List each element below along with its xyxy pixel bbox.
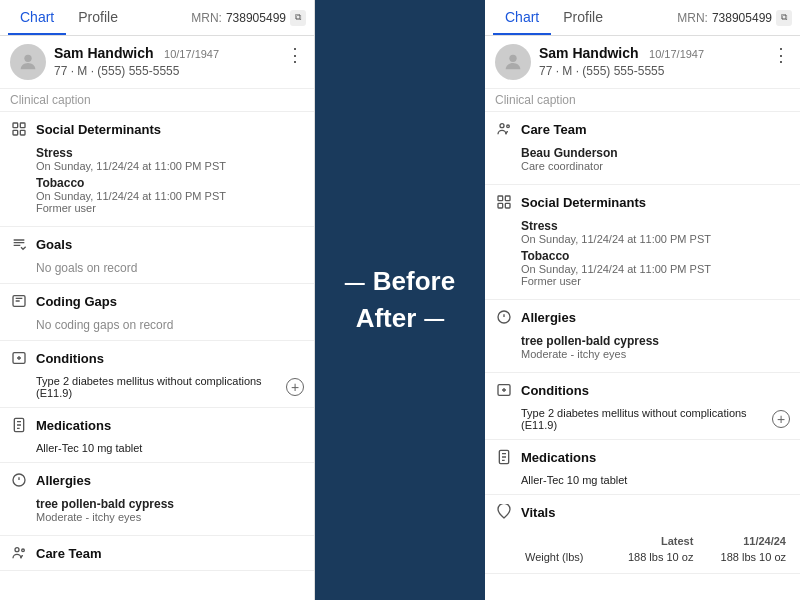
right-patient-name: Sam Handwich <box>539 45 639 61</box>
right-tab-chart[interactable]: Chart <box>493 1 551 35</box>
right-vitals-icon <box>495 503 513 521</box>
left-section-coding-header[interactable]: Coding Gaps <box>0 284 314 318</box>
right-section-allergies: Allergies tree pollen-bald cypress Moder… <box>485 300 800 373</box>
svg-rect-3 <box>13 130 18 135</box>
vitals-col-name <box>521 533 605 549</box>
left-goals-icon <box>10 235 28 253</box>
left-section-social: Social Determinants Stress On Sunday, 11… <box>0 112 314 227</box>
vitals-table: Latest 11/24/24 Weight (lbs) 188 lbs 10 … <box>521 533 790 565</box>
right-allergies-icon <box>495 308 513 326</box>
after-arrow: — <box>424 307 444 330</box>
left-conditions-add-icon[interactable]: + <box>286 378 304 396</box>
left-section-careteam-title: Care Team <box>36 546 102 561</box>
svg-point-0 <box>24 55 31 62</box>
left-section-medications-header[interactable]: Medications <box>0 408 314 442</box>
left-section-allergies-title: Allergies <box>36 473 91 488</box>
left-section-social-header[interactable]: Social Determinants <box>0 112 314 146</box>
right-section-medications-header[interactable]: Medications <box>485 440 800 474</box>
left-section-goals-header[interactable]: Goals <box>0 227 314 261</box>
left-coding-icon <box>10 292 28 310</box>
left-section-medications-body: Aller-Tec 10 mg tablet <box>0 442 314 462</box>
left-section-careteam-header[interactable]: Care Team <box>0 536 314 570</box>
right-patient-header: Sam Handwich 10/17/1947 77 · M · (555) 5… <box>485 36 800 89</box>
svg-point-12 <box>500 124 504 128</box>
right-section-careteam: Care Team Beau Gunderson Care coordinato… <box>485 112 800 185</box>
svg-rect-4 <box>20 130 25 135</box>
left-patient-name: Sam Handwich <box>54 45 154 61</box>
right-section-careteam-header[interactable]: Care Team <box>485 112 800 146</box>
left-conditions-icon <box>10 349 28 367</box>
right-medications-icon <box>495 448 513 466</box>
left-allergies-icon <box>10 471 28 489</box>
left-section-allergies-header[interactable]: Allergies <box>0 463 314 497</box>
left-section-careteam: Care Team <box>0 536 314 571</box>
left-section-social-body: Stress On Sunday, 11/24/24 at 11:00 PM P… <box>0 146 314 226</box>
right-careteam-icon <box>495 120 513 138</box>
right-social-icon <box>495 193 513 211</box>
left-careteam-icon <box>10 544 28 562</box>
svg-point-11 <box>509 55 516 62</box>
list-item: Tobacco On Sunday, 11/24/24 at 11:00 PM … <box>36 176 304 214</box>
right-section-vitals-title: Vitals <box>521 505 555 520</box>
right-section-social-header[interactable]: Social Determinants <box>485 185 800 219</box>
svg-rect-16 <box>498 203 503 208</box>
right-section-social-title: Social Determinants <box>521 195 646 210</box>
right-conditions-add-icon[interactable]: + <box>772 410 790 428</box>
right-section-conditions: Conditions Type 2 diabetes mellitus with… <box>485 373 800 440</box>
left-copy-icon[interactable]: ⧉ <box>290 10 306 26</box>
left-section-social-title: Social Determinants <box>36 122 161 137</box>
right-patient-details: 77 · M · (555) 555-5555 <box>539 64 768 78</box>
list-item: Stress On Sunday, 11/24/24 at 11:00 PM P… <box>36 146 304 172</box>
left-section-allergies: Allergies tree pollen-bald cypress Moder… <box>0 463 314 536</box>
left-section-coding-body: No coding gaps on record <box>0 318 314 340</box>
left-mrn-label: MRN: <box>191 11 222 25</box>
left-section-conditions-header[interactable]: Conditions <box>0 341 314 375</box>
right-section-vitals-body: Latest 11/24/24 Weight (lbs) 188 lbs 10 … <box>485 533 800 573</box>
svg-rect-2 <box>20 123 25 128</box>
right-section-conditions-title: Conditions <box>521 383 589 398</box>
svg-rect-17 <box>505 203 510 208</box>
left-section-medications: Medications Aller-Tec 10 mg tablet <box>0 408 314 463</box>
table-row: Weight (lbs) 188 lbs 10 oz 188 lbs 10 oz <box>521 549 790 565</box>
left-chart-content: Social Determinants Stress On Sunday, 11… <box>0 112 314 600</box>
left-section-conditions: Conditions Type 2 diabetes mellitus with… <box>0 341 314 408</box>
right-conditions-icon <box>495 381 513 399</box>
right-section-careteam-title: Care Team <box>521 122 587 137</box>
left-avatar <box>10 44 46 80</box>
left-tab-chart[interactable]: Chart <box>8 1 66 35</box>
left-goals-no-record: No goals on record <box>36 261 304 275</box>
right-clinical-caption: Clinical caption <box>485 89 800 112</box>
right-patient-info: Sam Handwich 10/17/1947 77 · M · (555) 5… <box>539 44 768 78</box>
left-patient-details: 77 · M · (555) 555-5555 <box>54 64 282 78</box>
left-section-conditions-title: Conditions <box>36 351 104 366</box>
left-mrn-section: MRN: 738905499 ⧉ <box>191 10 306 26</box>
left-mrn-value: 738905499 <box>226 11 286 25</box>
left-coding-no-record: No coding gaps on record <box>36 318 304 332</box>
right-section-vitals: Vitals Latest 11/24/24 Weight (lbs) <box>485 495 800 574</box>
vitals-row-date-val: 188 lbs 10 oz <box>697 549 790 565</box>
left-clinical-caption: Clinical caption <box>0 89 314 112</box>
right-tab-profile[interactable]: Profile <box>551 1 615 35</box>
right-section-allergies-body: tree pollen-bald cypress Moderate - itch… <box>485 334 800 372</box>
right-section-medications-title: Medications <box>521 450 596 465</box>
left-section-goals-body: No goals on record <box>0 261 314 283</box>
right-section-vitals-header[interactable]: Vitals <box>485 495 800 529</box>
left-patient-info: Sam Handwich 10/17/1947 77 · M · (555) 5… <box>54 44 282 78</box>
left-section-conditions-body: Type 2 diabetes mellitus without complic… <box>0 375 314 407</box>
svg-point-13 <box>507 125 510 128</box>
right-section-allergies-header[interactable]: Allergies <box>485 300 800 334</box>
right-section-social: Social Determinants Stress On Sunday, 11… <box>485 185 800 300</box>
right-more-icon[interactable]: ⋮ <box>768 44 790 66</box>
right-section-conditions-body: Type 2 diabetes mellitus without complic… <box>485 407 800 439</box>
list-item: Beau Gunderson Care coordinator <box>521 146 790 172</box>
right-mrn-label: MRN: <box>677 11 708 25</box>
right-section-medications-body: Aller-Tec 10 mg tablet <box>485 474 800 494</box>
left-more-icon[interactable]: ⋮ <box>282 44 304 66</box>
right-copy-icon[interactable]: ⧉ <box>776 10 792 26</box>
right-section-medications: Medications Aller-Tec 10 mg tablet <box>485 440 800 495</box>
left-section-allergies-body: tree pollen-bald cypress Moderate - itch… <box>0 497 314 535</box>
right-section-conditions-header[interactable]: Conditions <box>485 373 800 407</box>
left-patient-dob: 10/17/1947 <box>164 48 219 60</box>
left-tab-profile[interactable]: Profile <box>66 1 130 35</box>
left-condition-row: Type 2 diabetes mellitus without complic… <box>36 375 304 399</box>
